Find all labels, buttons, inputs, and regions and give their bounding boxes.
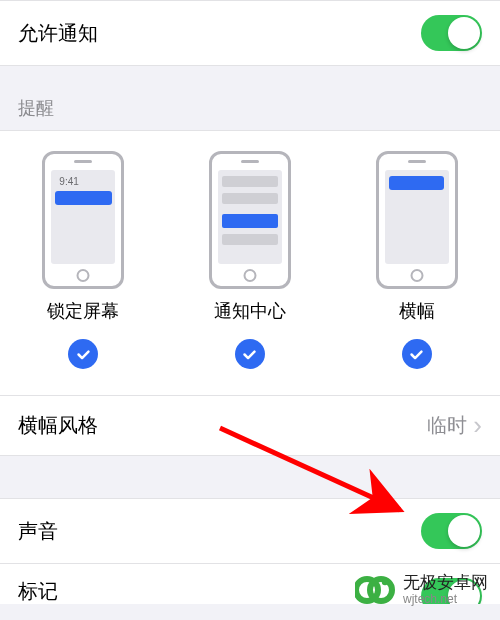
alerts-panel: 9:41 锁定屏幕 通知中心 [0, 130, 500, 396]
watermark-url: wjtech.net [403, 593, 488, 607]
alert-option-notification-center[interactable]: 通知中心 [209, 151, 291, 369]
banner-style-label: 横幅风格 [18, 412, 98, 439]
banner-style-value: 临时 [427, 412, 467, 439]
alerts-options-row: 9:41 锁定屏幕 通知中心 [0, 151, 500, 369]
toggle-knob [448, 17, 480, 49]
alert-label-banners: 横幅 [399, 299, 435, 323]
sounds-toggle[interactable] [421, 513, 482, 549]
allow-notifications-label: 允许通知 [18, 20, 98, 47]
svg-point-3 [382, 579, 388, 585]
alerts-section-header: 提醒 [0, 66, 500, 130]
watermark-title: 无极安卓网 [403, 573, 488, 593]
lock-screen-preview: 9:41 [42, 151, 124, 289]
allow-notifications-toggle[interactable] [421, 15, 482, 51]
watermark: 无极安卓网 wjtech.net [355, 570, 488, 610]
alert-option-lock-screen[interactable]: 9:41 锁定屏幕 [42, 151, 124, 369]
badges-label: 标记 [18, 578, 58, 604]
section-gap [0, 456, 500, 498]
sounds-label: 声音 [18, 518, 58, 545]
alert-option-banners[interactable]: 横幅 [376, 151, 458, 369]
watermark-logo-icon [355, 570, 395, 610]
chevron-right-icon: › [473, 410, 482, 441]
lock-screen-time: 9:41 [59, 176, 78, 187]
sounds-cell[interactable]: 声音 [0, 498, 500, 564]
banner-style-cell[interactable]: 横幅风格 临时 › [0, 396, 500, 456]
alert-label-lock-screen: 锁定屏幕 [47, 299, 119, 323]
check-icon [402, 339, 432, 369]
toggle-knob [448, 515, 480, 547]
check-icon [68, 339, 98, 369]
banner-style-value-group: 临时 › [427, 410, 482, 441]
check-icon [235, 339, 265, 369]
watermark-text: 无极安卓网 wjtech.net [403, 573, 488, 606]
allow-notifications-cell[interactable]: 允许通知 [0, 0, 500, 66]
banners-preview [376, 151, 458, 289]
alert-label-notification-center: 通知中心 [214, 299, 286, 323]
notification-center-preview [209, 151, 291, 289]
